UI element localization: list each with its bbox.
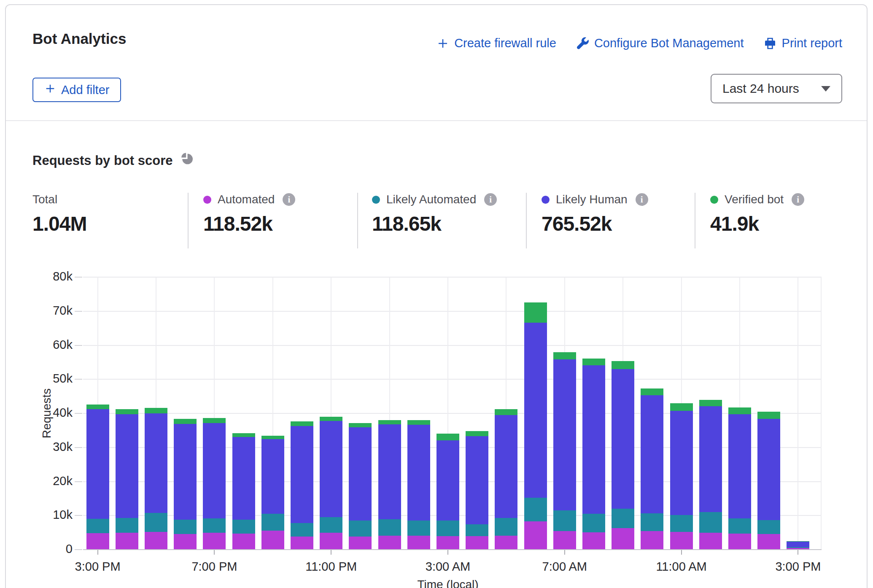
create-firewall-rule-link[interactable]: Create firewall rule	[436, 36, 556, 50]
bar-segment-verified-bot[interactable]	[203, 418, 226, 423]
bar-segment-likely-automated[interactable]	[407, 521, 430, 536]
bar-segment-likely-human[interactable]	[116, 414, 138, 518]
bar-segment-automated[interactable]	[261, 531, 284, 550]
bar-10-00-am[interactable]	[641, 388, 663, 550]
bar-12-00-am[interactable]	[349, 423, 372, 550]
bar-segment-likely-automated[interactable]	[232, 520, 255, 534]
bar-11-00-pm[interactable]	[320, 417, 342, 550]
bar-segment-verified-bot[interactable]	[174, 419, 197, 424]
bar-segment-automated[interactable]	[524, 521, 547, 550]
bar-segment-automated[interactable]	[728, 534, 751, 550]
bar-segment-likely-automated[interactable]	[670, 515, 693, 532]
bar-segment-automated[interactable]	[436, 536, 459, 550]
add-filter-button[interactable]: Add filter	[32, 78, 121, 102]
bar-4-00-pm[interactable]	[116, 409, 138, 550]
bar-segment-verified-bot[interactable]	[641, 388, 663, 395]
bar-6-00-am[interactable]	[524, 302, 547, 550]
bar-segment-automated[interactable]	[495, 536, 517, 550]
configure-bot-management-link[interactable]: Configure Bot Management	[576, 36, 744, 50]
bar-segment-automated[interactable]	[612, 528, 634, 550]
bar-segment-verified-bot[interactable]	[320, 417, 342, 421]
bar-segment-likely-automated[interactable]	[261, 514, 284, 531]
bar-segment-likely-human[interactable]	[436, 440, 459, 521]
bar-7-00-am[interactable]	[553, 352, 576, 550]
bar-6-00-pm[interactable]	[174, 419, 197, 550]
bar-segment-likely-human[interactable]	[670, 411, 693, 515]
bar-segment-verified-bot[interactable]	[291, 421, 313, 426]
bar-segment-likely-automated[interactable]	[203, 518, 226, 533]
bar-11-00-am[interactable]	[670, 403, 693, 550]
info-icon[interactable]: i	[283, 193, 295, 206]
bar-segment-likely-human[interactable]	[203, 423, 226, 518]
bar-segment-likely-automated[interactable]	[466, 524, 488, 536]
bar-segment-verified-bot[interactable]	[436, 434, 459, 440]
bar-segment-likely-human[interactable]	[524, 323, 547, 498]
bar-segment-verified-bot[interactable]	[145, 408, 167, 413]
bar-12-00-pm[interactable]	[699, 400, 722, 550]
bar-segment-automated[interactable]	[582, 532, 605, 550]
bar-8-00-pm[interactable]	[232, 433, 255, 550]
bar-segment-automated[interactable]	[378, 536, 401, 550]
bar-segment-likely-automated[interactable]	[641, 513, 663, 531]
bar-segment-automated[interactable]	[699, 533, 722, 550]
bar-segment-verified-bot[interactable]	[582, 359, 605, 365]
bar-segment-likely-human[interactable]	[757, 419, 780, 520]
bar-segment-verified-bot[interactable]	[670, 403, 693, 411]
bar-segment-likely-human[interactable]	[86, 409, 109, 518]
bar-segment-likely-human[interactable]	[699, 406, 722, 512]
bar-segment-automated[interactable]	[553, 531, 576, 550]
bar-segment-verified-bot[interactable]	[116, 409, 138, 414]
bar-segment-likely-automated[interactable]	[553, 510, 576, 531]
bar-5-00-am[interactable]	[495, 409, 517, 550]
bar-segment-verified-bot[interactable]	[699, 400, 722, 406]
bar-segment-likely-automated[interactable]	[757, 520, 780, 534]
bar-2-00-pm[interactable]	[757, 412, 780, 550]
bar-segment-likely-automated[interactable]	[612, 509, 634, 528]
bar-segment-automated[interactable]	[291, 537, 313, 550]
bar-segment-likely-human[interactable]	[349, 427, 372, 521]
bar-segment-likely-human[interactable]	[612, 369, 634, 509]
bar-10-00-pm[interactable]	[291, 421, 313, 550]
bar-segment-likely-human[interactable]	[174, 424, 197, 520]
bar-1-00-pm[interactable]	[728, 407, 751, 550]
bar-segment-verified-bot[interactable]	[612, 361, 634, 369]
bar-2-00-am[interactable]	[407, 420, 430, 550]
bar-segment-likely-automated[interactable]	[320, 517, 342, 533]
bar-segment-likely-automated[interactable]	[524, 498, 547, 521]
bar-segment-automated[interactable]	[232, 534, 255, 550]
bar-segment-likely-human[interactable]	[291, 426, 313, 523]
bar-segment-likely-automated[interactable]	[291, 523, 313, 536]
bar-segment-likely-automated[interactable]	[145, 513, 167, 532]
info-icon[interactable]: i	[792, 193, 804, 206]
bar-segment-verified-bot[interactable]	[757, 412, 780, 419]
bar-segment-likely-automated[interactable]	[174, 520, 197, 534]
bar-segment-likely-automated[interactable]	[582, 514, 605, 532]
bar-segment-likely-human[interactable]	[407, 425, 430, 521]
bar-segment-automated[interactable]	[670, 532, 693, 550]
bar-segment-likely-human[interactable]	[641, 395, 663, 513]
bar-segment-automated[interactable]	[203, 533, 226, 550]
bar-segment-verified-bot[interactable]	[86, 405, 109, 409]
bar-segment-automated[interactable]	[349, 537, 372, 550]
bar-5-00-pm[interactable]	[145, 408, 167, 550]
bar-segment-likely-human[interactable]	[582, 365, 605, 514]
bar-segment-automated[interactable]	[174, 534, 197, 550]
bar-segment-automated[interactable]	[320, 533, 342, 550]
bar-segment-verified-bot[interactable]	[728, 407, 751, 414]
bar-segment-likely-human[interactable]	[728, 414, 751, 518]
bar-segment-likely-human[interactable]	[466, 436, 488, 524]
bar-segment-likely-automated[interactable]	[436, 521, 459, 536]
bar-segment-likely-automated[interactable]	[728, 518, 751, 534]
bar-segment-automated[interactable]	[145, 532, 167, 550]
time-range-select[interactable]: Last 24 hours	[711, 74, 842, 103]
bar-segment-likely-human[interactable]	[787, 542, 809, 548]
bar-3-00-am[interactable]	[436, 434, 459, 550]
bar-1-00-am[interactable]	[378, 420, 401, 550]
bar-segment-likely-human[interactable]	[232, 437, 255, 520]
info-icon[interactable]: i	[636, 193, 648, 206]
bar-segment-likely-automated[interactable]	[116, 518, 138, 533]
bar-segment-likely-automated[interactable]	[86, 519, 109, 534]
bar-3-00-pm[interactable]	[86, 405, 109, 550]
bar-segment-likely-automated[interactable]	[378, 519, 401, 536]
bar-segment-likely-human[interactable]	[320, 421, 342, 518]
